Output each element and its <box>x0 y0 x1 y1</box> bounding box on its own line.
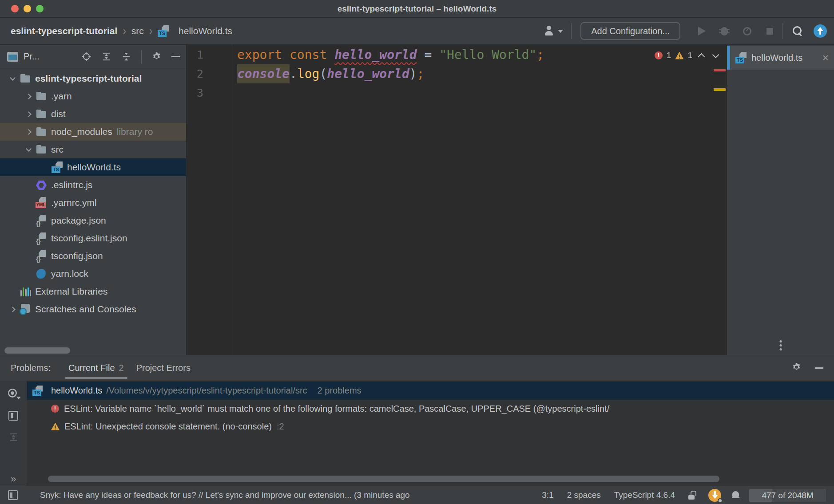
toolwindow-toggle-icon[interactable] <box>8 490 18 500</box>
expand-all-icon[interactable] <box>101 51 111 62</box>
typescript-file-icon: TS <box>32 386 43 396</box>
error-stripe-mark[interactable] <box>714 69 726 71</box>
editor-gutter[interactable]: 123 <box>187 45 232 355</box>
search-everywhere-icon[interactable] <box>792 26 803 36</box>
chevron-separator-icon: › <box>149 23 152 39</box>
chevron-down-icon[interactable] <box>558 30 563 33</box>
code-token: ) <box>409 67 417 81</box>
problems-file-name: helloWorld.ts <box>51 386 102 396</box>
chevron-right-icon[interactable] <box>26 94 32 99</box>
tree-row-external-libraries[interactable]: External Libraries <box>0 283 186 300</box>
tab-current-file[interactable]: Current File 2 <box>62 355 130 381</box>
tree-row-tsconfig-json[interactable]: {}tsconfig.json <box>0 247 186 265</box>
show-hidden-toolwindows-icon[interactable]: » <box>0 472 27 486</box>
project-view-icon <box>7 52 18 62</box>
error-count[interactable]: 1 <box>667 51 671 60</box>
run-icon[interactable] <box>698 27 706 35</box>
chevron-right-icon[interactable] <box>26 129 32 135</box>
warning-stripe-mark[interactable] <box>714 88 726 91</box>
problems-content: TS helloWorld.ts /Volumes/v/yytypescript… <box>27 381 834 472</box>
horizontal-scrollbar-track[interactable] <box>27 472 834 486</box>
editor-options-icon[interactable] <box>779 340 782 350</box>
typescript-version-widget[interactable]: TypeScript 4.6.4 <box>614 490 675 500</box>
chevron-down-icon[interactable] <box>26 146 32 152</box>
project-tree-horizontal-scrollbar[interactable] <box>4 347 70 354</box>
open-in-preview-icon[interactable] <box>8 411 18 421</box>
editor-tab-column: TS helloWorld.ts × <box>727 45 834 355</box>
tree-row--yarnrc-yml[interactable]: YML.yarnrc.yml <box>0 194 186 212</box>
close-tab-icon[interactable]: × <box>822 53 829 62</box>
error-icon: ! <box>51 405 59 413</box>
editor[interactable]: 123 export const hello_world = "Hello Wo… <box>187 45 727 355</box>
project-tree: eslint-typescript-tutorial.yarndistnode_… <box>0 69 186 318</box>
tree-chevron-slot <box>21 94 36 98</box>
tree-row-scratches-and-consoles[interactable]: Scratches and Consoles <box>0 300 186 318</box>
breadcrumb-item[interactable]: src <box>131 26 144 36</box>
profiler-icon[interactable] <box>743 27 751 35</box>
problem-row-error[interactable]: !ESLint: Variable name `hello_world` mus… <box>27 400 834 417</box>
tree-row--eslintrc-js[interactable]: .eslintrc.js <box>0 176 186 194</box>
tree-row-yarn-lock[interactable]: yarn.lock <box>0 265 186 283</box>
main-toolbar: eslint-typescript-tutorial›src›TShelloWo… <box>0 18 834 45</box>
line-number: 2 <box>187 64 232 83</box>
inspection-widget: ! 1 ! 1 <box>655 51 717 60</box>
chevron-right-icon[interactable] <box>10 307 16 312</box>
tree-row-dist[interactable]: dist <box>0 105 186 123</box>
horizontal-scrollbar-thumb[interactable] <box>48 476 719 482</box>
lock-icon[interactable] <box>688 491 696 500</box>
memory-indicator[interactable]: 477 of 2048M <box>749 489 826 502</box>
tree-item-label: package.json <box>51 215 106 226</box>
title-bar: eslint-typescript-tutorial – helloWorld.… <box>0 0 834 18</box>
tab-current-file-count: 2 <box>119 363 124 373</box>
previous-problem-icon[interactable] <box>698 53 705 60</box>
tree-item-label: External Libraries <box>35 286 107 297</box>
quickfix-lightbulb-icon[interactable] <box>243 68 253 82</box>
caret-position-widget[interactable]: 3:1 <box>542 490 553 500</box>
hide-panel-icon[interactable] <box>171 56 180 57</box>
tree-row-helloworld-ts[interactable]: TShelloWorld.ts <box>0 158 186 176</box>
breadcrumb-item[interactable]: eslint-typescript-tutorial <box>11 26 117 36</box>
debug-icon[interactable] <box>721 27 728 35</box>
plugin-update-icon[interactable] <box>708 489 721 502</box>
code-area[interactable]: export const hello_world = "Hello World"… <box>232 45 727 355</box>
breadcrumb-item[interactable]: helloWorld.ts <box>179 26 232 36</box>
tree-item-label: node_modules <box>51 126 112 137</box>
code-with-me-users-icon[interactable] <box>544 26 554 36</box>
hide-problems-icon[interactable] <box>815 367 823 369</box>
indent-widget[interactable]: 2 spaces <box>567 490 601 500</box>
tree-row--yarn[interactable]: .yarn <box>0 87 186 105</box>
collapse-tree-icon[interactable] <box>8 432 19 444</box>
project-panel-header: Pr... <box>0 45 186 69</box>
bottom-scroll-row: » <box>0 472 834 486</box>
problems-settings-gear-icon[interactable] <box>791 362 802 374</box>
problems-file-row[interactable]: TS helloWorld.ts /Volumes/v/yytypescript… <box>27 382 834 400</box>
warning-count[interactable]: 1 <box>687 51 692 60</box>
notifications-bell-icon[interactable] <box>732 491 739 500</box>
tab-current-file-label: Current File <box>68 363 115 373</box>
tab-project-errors[interactable]: Project Errors <box>130 355 197 381</box>
editor-tab-helloworld[interactable]: TS helloWorld.ts × <box>727 46 834 70</box>
select-opened-file-icon[interactable] <box>81 51 91 62</box>
tree-row-node-modules[interactable]: node_moduleslibrary ro <box>0 123 186 141</box>
problem-row-warning[interactable]: !ESLint: Unexpected console statement. (… <box>27 417 834 435</box>
tree-row-package-json[interactable]: {}package.json <box>0 212 186 229</box>
code-token <box>282 47 290 62</box>
collapse-all-icon[interactable] <box>121 51 131 62</box>
chevron-down-icon[interactable] <box>10 75 16 81</box>
tree-item-label: .yarn <box>51 91 72 102</box>
tree-row-tsconfig-eslint-json[interactable]: {}tsconfig.eslint.json <box>0 229 186 247</box>
json-file-icon: {} <box>36 250 47 262</box>
tree-row-eslint-typescript-tutorial[interactable]: eslint-typescript-tutorial <box>0 70 186 87</box>
add-configuration-button[interactable]: Add Configuration... <box>580 22 680 40</box>
main-area: Pr... <box>0 45 834 355</box>
ide-update-icon[interactable] <box>814 24 827 38</box>
folder-icon <box>36 144 47 155</box>
code-token <box>327 47 334 62</box>
tree-row-src[interactable]: src <box>0 141 186 158</box>
chevron-right-icon[interactable] <box>26 111 32 117</box>
view-options-eye-icon[interactable] <box>7 388 20 399</box>
stop-icon[interactable] <box>766 28 773 35</box>
status-message[interactable]: Snyk: Have any ideas or feedback for us?… <box>40 490 410 500</box>
project-settings-gear-icon[interactable] <box>151 51 162 62</box>
code-line: console.log(hello_world); <box>237 64 727 83</box>
